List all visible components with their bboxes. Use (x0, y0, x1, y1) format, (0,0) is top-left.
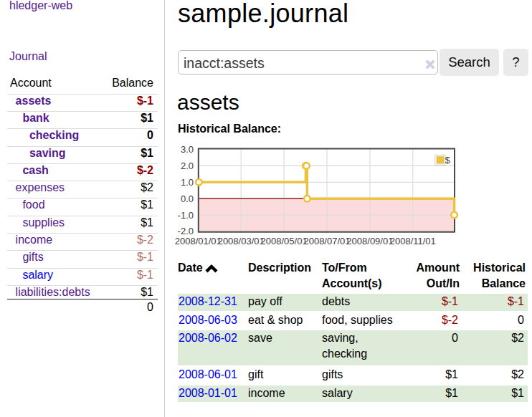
svg-text:-2.0: -2.0 (178, 226, 194, 236)
svg-text:2008/11/01: 2008/11/01 (390, 236, 436, 246)
svg-text:0.0: 0.0 (181, 193, 194, 204)
svg-text:2008/07/01: 2008/07/01 (303, 236, 350, 246)
svg-text:1.0: 1.0 (181, 177, 194, 188)
svg-text:-1.0: -1.0 (178, 210, 194, 221)
svg-text:2008/01/01: 2008/01/01 (175, 236, 222, 246)
svg-text:3.0: 3.0 (181, 144, 194, 155)
svg-text:2.0: 2.0 (181, 160, 194, 171)
svg-text:2008/05/01: 2008/05/01 (261, 236, 308, 246)
svg-text:2008/03/01: 2008/03/01 (218, 236, 265, 246)
svg-text:$: $ (445, 155, 451, 166)
svg-text:2008/09/01: 2008/09/01 (346, 236, 393, 246)
